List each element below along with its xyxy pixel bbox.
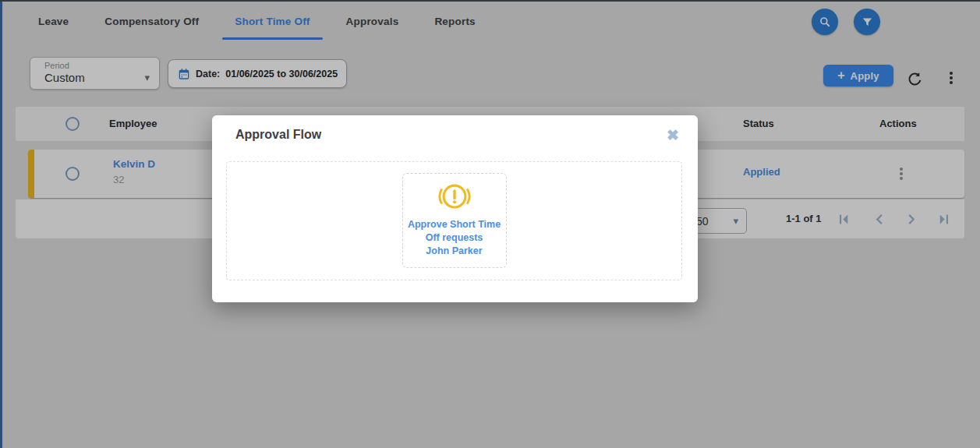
modal-title: Approval Flow: [235, 128, 321, 142]
approval-flow-canvas: Approve Short Time Off requests John Par…: [226, 161, 682, 280]
approval-step-card[interactable]: Approve Short Time Off requests John Par…: [402, 173, 507, 268]
approval-flow-modal: Approval Flow ✖ Approve Short Time Off r…: [212, 115, 698, 302]
approval-step-assignee: John Parker: [426, 245, 482, 258]
approval-step-title: Approve Short Time Off requests: [406, 218, 503, 245]
alert-exclamation-icon: [437, 179, 472, 215]
close-icon[interactable]: ✖: [663, 128, 682, 143]
leave-management-screen: Leave Compensatory Off Short Time Off Ap…: [0, 0, 980, 448]
